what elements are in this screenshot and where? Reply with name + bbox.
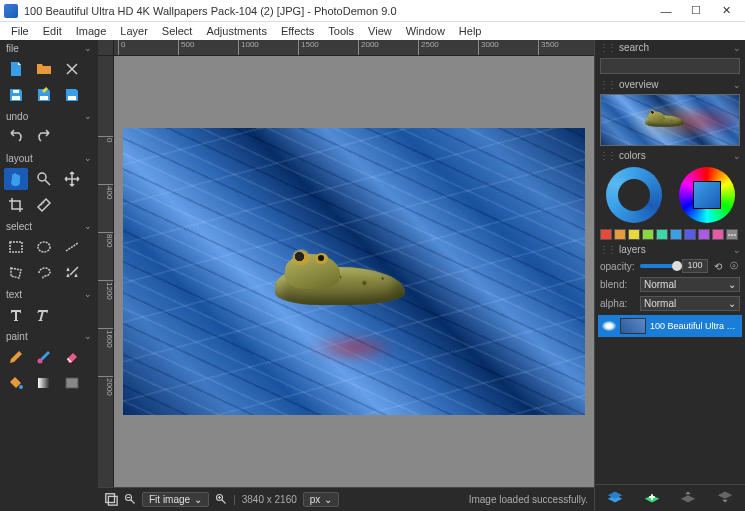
poly-select-tool[interactable]: [4, 262, 28, 284]
menu-image[interactable]: Image: [69, 25, 114, 37]
alpha-select[interactable]: Normal⌄: [640, 296, 740, 311]
opacity-reset-icon[interactable]: ⟲: [712, 260, 724, 272]
measure-tool[interactable]: [32, 194, 56, 216]
ruler-vertical[interactable]: 0 400 800 1200 1600 2000: [98, 56, 114, 487]
menubar: File Edit Image Layer Select Adjustments…: [0, 22, 745, 40]
eraser-tool[interactable]: [60, 346, 84, 368]
panel-overview-header[interactable]: ⋮⋮overview⌄: [595, 77, 745, 92]
undo-button[interactable]: [4, 126, 28, 148]
section-select[interactable]: select⌄: [0, 218, 98, 234]
menu-window[interactable]: Window: [399, 25, 452, 37]
save-as-button[interactable]: [32, 84, 56, 106]
swatch[interactable]: [642, 229, 654, 240]
panel-colors-header[interactable]: ⋮⋮colors⌄: [595, 148, 745, 163]
layer-visibility-icon[interactable]: [602, 321, 616, 331]
swatch-more[interactable]: •••: [726, 229, 738, 240]
export-button[interactable]: [60, 84, 84, 106]
pencil-tool[interactable]: [4, 346, 28, 368]
crop-tool[interactable]: [4, 194, 28, 216]
alpha-label: alpha:: [600, 298, 636, 309]
menu-adjustments[interactable]: Adjustments: [199, 25, 274, 37]
menu-layer[interactable]: Layer: [113, 25, 155, 37]
text-tool[interactable]: [4, 304, 28, 326]
color-swatches: •••: [595, 227, 745, 242]
wand-tool[interactable]: [60, 262, 84, 284]
swatch[interactable]: [684, 229, 696, 240]
duplicate-layer-button[interactable]: [643, 489, 661, 507]
swatch[interactable]: [698, 229, 710, 240]
opacity-value[interactable]: 100: [682, 259, 708, 273]
blend-select[interactable]: Normal⌄: [640, 277, 740, 292]
rect-select-tool[interactable]: [4, 236, 28, 258]
unit-select[interactable]: px⌄: [303, 492, 340, 507]
minimize-button[interactable]: —: [651, 1, 681, 21]
menu-edit[interactable]: Edit: [36, 25, 69, 37]
layer-up-button[interactable]: [679, 489, 697, 507]
section-file[interactable]: file⌄: [0, 40, 98, 56]
lasso-tool[interactable]: [32, 262, 56, 284]
layer-item[interactable]: 100 Beautiful Ultra HD 4K...: [598, 315, 742, 337]
close-button[interactable]: ✕: [711, 1, 741, 21]
add-layer-button[interactable]: [606, 489, 624, 507]
menu-select[interactable]: Select: [155, 25, 200, 37]
svg-point-6: [38, 242, 50, 252]
window-title: 100 Beautiful Ultra HD 4K Wallpapers Pac…: [24, 5, 651, 17]
scroll-indicator-icon: ⟳: [582, 474, 590, 485]
swatch[interactable]: [670, 229, 682, 240]
zoom-tool[interactable]: [32, 168, 56, 190]
menu-effects[interactable]: Effects: [274, 25, 321, 37]
opacity-spinner-icon[interactable]: ⦾: [728, 260, 740, 272]
new-file-button[interactable]: [4, 58, 28, 80]
save-button[interactable]: [4, 84, 28, 106]
swatch[interactable]: [628, 229, 640, 240]
section-text[interactable]: text⌄: [0, 286, 98, 302]
section-layout[interactable]: layout⌄: [0, 150, 98, 166]
swatch[interactable]: [600, 229, 612, 240]
section-paint[interactable]: paint⌄: [0, 328, 98, 344]
menu-view[interactable]: View: [361, 25, 399, 37]
canvas-viewport[interactable]: ⟳: [114, 56, 594, 487]
swatch[interactable]: [614, 229, 626, 240]
move-tool[interactable]: [60, 168, 84, 190]
swatch[interactable]: [656, 229, 668, 240]
swatch[interactable]: [712, 229, 724, 240]
zoom-out-button[interactable]: [124, 493, 136, 507]
fill-tool[interactable]: [4, 372, 28, 394]
menu-tools[interactable]: Tools: [321, 25, 361, 37]
titlebar: 100 Beautiful Ultra HD 4K Wallpapers Pac…: [0, 0, 745, 22]
panel-search-header[interactable]: ⋮⋮search⌄: [595, 40, 745, 55]
layer-thumbnail: [620, 318, 646, 334]
color-wheel-shade[interactable]: [606, 167, 662, 223]
zoom-in-button[interactable]: [215, 493, 227, 507]
overview-thumbnail[interactable]: [600, 94, 740, 146]
ellipse-select-tool[interactable]: [32, 236, 56, 258]
menu-help[interactable]: Help: [452, 25, 489, 37]
open-file-button[interactable]: [32, 58, 56, 80]
opacity-label: opacity:: [600, 261, 636, 272]
maximize-button[interactable]: ☐: [681, 1, 711, 21]
ruler-horizontal[interactable]: 0 500 1000 1500 2000 2500 3000 3500: [114, 40, 594, 56]
canvas-image[interactable]: [123, 128, 585, 415]
svg-rect-5: [10, 242, 22, 252]
close-file-button[interactable]: [60, 58, 84, 80]
line-select-tool[interactable]: [60, 236, 84, 258]
hand-tool[interactable]: [4, 168, 28, 190]
tabs-icon[interactable]: [104, 492, 118, 508]
menu-file[interactable]: File: [4, 25, 36, 37]
text-fancy-tool[interactable]: [32, 304, 56, 326]
blend-label: blend:: [600, 279, 636, 290]
zoom-mode-select[interactable]: Fit image⌄: [142, 492, 209, 507]
gradient-tool[interactable]: [32, 372, 56, 394]
svg-point-4: [38, 173, 46, 181]
section-undo[interactable]: undo⌄: [0, 108, 98, 124]
image-dimensions: 3840 x 2160: [242, 494, 297, 505]
panel-layers-header[interactable]: ⋮⋮layers⌄: [595, 242, 745, 257]
layer-down-button[interactable]: [716, 489, 734, 507]
color-picker-tool[interactable]: [60, 372, 84, 394]
color-wheel-hue[interactable]: [679, 167, 735, 223]
opacity-slider[interactable]: [640, 264, 678, 268]
redo-button[interactable]: [32, 126, 56, 148]
search-input[interactable]: [600, 58, 740, 74]
svg-rect-11: [106, 493, 115, 502]
brush-tool[interactable]: [32, 346, 56, 368]
